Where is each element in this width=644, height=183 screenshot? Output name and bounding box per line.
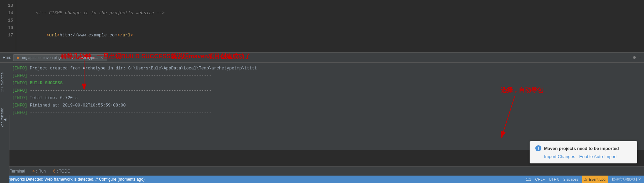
import-changes-link[interactable]: Import Changes xyxy=(544,154,575,159)
todo-tab-num: 6 xyxy=(53,169,56,174)
console-line-3: [INFO] BUILD SUCCESS xyxy=(12,80,641,87)
line-numbers: 13 14 15 16 17 xyxy=(0,0,16,52)
console-line-5: [INFO] Total time: 6.720 s xyxy=(12,94,641,102)
todo-label: : TODO xyxy=(57,169,71,174)
console-line-1: [INFO] Project created from Archetype in… xyxy=(12,65,641,72)
line-endings: CRLF xyxy=(535,177,545,181)
code-content[interactable]: <!-- FIXME change it to the project's we… xyxy=(16,0,644,52)
run-tab-actions: ⚙ − xyxy=(633,55,641,60)
encoding: UTF-8 xyxy=(549,177,559,181)
maven-popup-title: Maven projects need to be imported xyxy=(544,146,619,151)
code-line-13: <!-- FIXME change it to the project's we… xyxy=(20,2,640,24)
cursor-position: 1:1 xyxy=(526,177,531,181)
run-tab-num: 4 xyxy=(33,169,35,174)
maven-popup-header: i Maven projects need to be imported xyxy=(535,145,632,151)
editor-area: 13 14 15 16 17 <!-- FIXME change it to t… xyxy=(0,0,644,52)
terminal-label: Terminal xyxy=(10,169,25,174)
maven-popup-actions: Import Changes Enable Auto-Import xyxy=(535,154,632,159)
status-right: 1:1 CRLF UTF-8 2 spaces ⚠ Event Log 插件市场… xyxy=(526,176,641,183)
status-left: Frameworks Detected: Web framework is de… xyxy=(3,177,526,182)
settings-icon[interactable]: ⚙ xyxy=(633,55,636,60)
favorites-sidebar-label[interactable]: 2: Favorites xyxy=(0,72,4,92)
annotation-right: 选择，自动导包 xyxy=(501,86,543,94)
minimize-icon[interactable]: − xyxy=(639,55,641,60)
run-play-icon: : Run xyxy=(36,169,46,174)
enable-auto-import-link[interactable]: Enable Auto-Import xyxy=(579,154,617,159)
popup-info-icon: i xyxy=(535,145,541,151)
console-output[interactable]: [INFO] Project created from Archetype in… xyxy=(0,63,644,150)
run-bottom-tab[interactable]: 4 : Run xyxy=(29,168,49,175)
console-line-7: [INFO] ---------------------------------… xyxy=(12,109,641,117)
event-log-warning[interactable]: ⚠ Event Log xyxy=(582,176,608,183)
code-line-15 xyxy=(20,47,640,52)
console-line-6: [INFO] Finished at: 2019-09-02T10:55:59+… xyxy=(12,102,641,109)
structure-sidebar-label[interactable]: Z: Structure xyxy=(0,108,4,127)
event-log-icon: ⚠ xyxy=(584,177,587,182)
annotation-top: 稍等几秒钟，一旦出现BUILD SUCCESS就说明maven项目创建成功了 xyxy=(61,52,250,60)
indent: 2 spaces xyxy=(563,177,578,181)
run-tab-icon: ▶ xyxy=(17,55,20,60)
event-log-label: Event Log xyxy=(589,177,606,181)
frameworks-detected: Frameworks Detected: Web framework is de… xyxy=(3,177,145,182)
maven-import-popup: i Maven projects need to be imported Imp… xyxy=(530,141,637,163)
console-line-2: [INFO] ---------------------------------… xyxy=(12,72,641,80)
bottom-toolbar: ■ Terminal 4 : Run 6 : TODO xyxy=(0,166,644,176)
todo-tab[interactable]: 6 : TODO xyxy=(50,168,74,175)
code-line-14: <url>http://www.example.com</url> xyxy=(20,24,640,47)
console-line-4: [INFO] ---------------------------------… xyxy=(12,87,641,94)
status-bar: Frameworks Detected: Web framework is de… xyxy=(0,176,644,183)
run-panel: Run: ▶ org.apache.maven.plugins:maven-ar… xyxy=(0,52,644,150)
run-label: Run: xyxy=(3,55,11,60)
community-label: 插件市场技术社区 xyxy=(612,177,641,182)
